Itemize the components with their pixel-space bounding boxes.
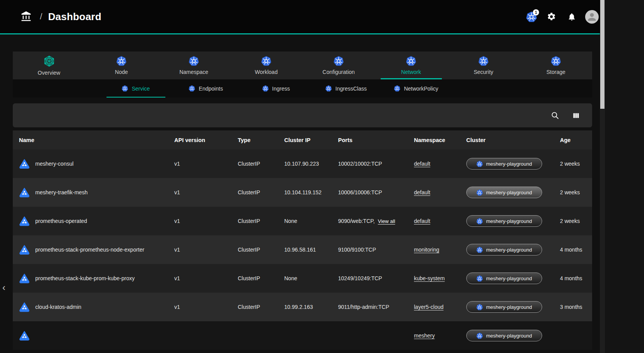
- tab-security[interactable]: Security: [447, 51, 520, 79]
- kubernetes-icon: [476, 332, 483, 339]
- age-cell: 3 months: [560, 304, 592, 310]
- cluster-cell: meshery-playground: [466, 215, 560, 227]
- cluster-chip[interactable]: meshery-playground: [466, 187, 542, 198]
- tab-label: Namespace: [179, 69, 208, 75]
- page-title: Dashboard: [48, 11, 101, 23]
- name-cell: prometheus-operated: [13, 216, 174, 226]
- header-actions: 1: [524, 9, 599, 24]
- drawer-collapse-button[interactable]: ‹: [0, 281, 8, 294]
- subtab-label: NetworkPolicy: [404, 86, 438, 92]
- tab-label: Storage: [546, 69, 565, 75]
- ports-value: 10002/10002:TCP: [338, 161, 382, 167]
- subtab-ingress[interactable]: Ingress: [241, 79, 311, 98]
- ports-cell: 10006/10006:TCP: [338, 189, 414, 195]
- table-row[interactable]: meshery meshery-playground: [13, 321, 592, 350]
- subtab-endpoints[interactable]: Endpoints: [171, 79, 241, 98]
- user-menu-button[interactable]: [584, 9, 599, 24]
- namespace-cell: default: [414, 161, 466, 167]
- tab-label: Node: [115, 69, 128, 75]
- table-row[interactable]: prometheus-operated v1 ClusterIP None 90…: [13, 207, 592, 235]
- tab-workload[interactable]: Workload: [230, 51, 302, 79]
- cluster-chip[interactable]: meshery-playground: [466, 272, 542, 284]
- column-header-type[interactable]: Type: [238, 137, 284, 143]
- column-header-ports[interactable]: Ports: [338, 137, 414, 143]
- scrollbar-thumb[interactable]: [600, 0, 605, 109]
- ports-value: 9011/http-admin:TCP: [338, 304, 389, 310]
- ports-cell: 9090/web:TCP, View all: [338, 218, 414, 224]
- resource-tabs: Overview Node Namespace Workload Configu…: [13, 51, 592, 79]
- column-header-cluster-ip[interactable]: Cluster IP: [284, 137, 338, 143]
- column-header-age[interactable]: Age: [560, 137, 592, 143]
- cluster-ip-cell: 10.104.119.152: [284, 189, 338, 195]
- kubernetes-icon: [478, 56, 489, 66]
- kubernetes-icon: [394, 85, 400, 92]
- kubernetes-icon: [476, 218, 483, 224]
- kubernetes-icon: [333, 56, 344, 66]
- table-row[interactable]: cloud-kratos-admin v1 ClusterIP 10.99.2.…: [13, 293, 592, 321]
- table-row[interactable]: meshery-consul v1 ClusterIP 10.107.90.22…: [13, 149, 592, 178]
- service-triangle-icon: [19, 302, 30, 312]
- subtab-ingressclass[interactable]: IngressClass: [311, 79, 381, 98]
- column-header-api-version[interactable]: API version: [174, 137, 238, 143]
- search-button[interactable]: [550, 110, 560, 121]
- app-root: / Dashboard 1: [0, 0, 644, 353]
- tab-overview[interactable]: Overview: [13, 51, 85, 79]
- api-version-cell: v1: [174, 189, 238, 195]
- namespace-link[interactable]: meshery: [414, 332, 435, 339]
- organization-button[interactable]: [19, 9, 34, 24]
- table-toolbar: [13, 103, 592, 127]
- kubernetes-icon: [116, 56, 127, 66]
- vertical-scrollbar[interactable]: [600, 0, 605, 353]
- subtab-label: Ingress: [272, 86, 290, 92]
- service-triangle-icon: [19, 331, 30, 341]
- cluster-name: meshery-playground: [486, 247, 532, 253]
- kubernetes-icon: [476, 304, 483, 310]
- type-cell: ClusterIP: [238, 189, 284, 195]
- cluster-chip[interactable]: meshery-playground: [466, 330, 542, 341]
- api-version-cell: v1: [174, 247, 238, 253]
- cluster-chip[interactable]: meshery-playground: [466, 244, 542, 255]
- view-all-link[interactable]: View all: [378, 218, 395, 224]
- subtab-service[interactable]: Service: [101, 79, 171, 98]
- column-header-namespace[interactable]: Namespace: [414, 137, 466, 143]
- namespace-link[interactable]: kube-system: [414, 275, 445, 281]
- cluster-name: meshery-playground: [486, 276, 532, 281]
- subtab-label: Endpoints: [199, 86, 223, 92]
- context-switcher-button[interactable]: 1: [524, 9, 539, 24]
- settings-button[interactable]: [544, 9, 559, 24]
- view-columns-button[interactable]: [570, 110, 581, 121]
- ports-cell: 10002/10002:TCP: [338, 161, 414, 167]
- subtab-networkpolicy[interactable]: NetworkPolicy: [381, 79, 451, 98]
- cluster-chip[interactable]: meshery-playground: [466, 301, 542, 313]
- table-row[interactable]: meshery-traefik-mesh v1 ClusterIP 10.104…: [13, 178, 592, 207]
- column-header-name[interactable]: Name: [13, 137, 174, 143]
- meshery-overview-icon: [43, 55, 55, 67]
- namespace-link[interactable]: default: [414, 189, 430, 195]
- notifications-button[interactable]: [564, 9, 579, 24]
- cluster-chip[interactable]: meshery-playground: [466, 158, 542, 170]
- tab-namespace[interactable]: Namespace: [158, 51, 230, 79]
- table-row[interactable]: prometheus-stack-prometheus-node-exporte…: [13, 235, 592, 264]
- service-name: prometheus-operated: [35, 218, 87, 224]
- tab-storage[interactable]: Storage: [520, 51, 592, 79]
- namespace-link[interactable]: monitoring: [414, 247, 439, 253]
- tab-configuration[interactable]: Configuration: [302, 51, 375, 79]
- ports-cell: 10249/10249:TCP: [338, 275, 414, 281]
- api-version-cell: v1: [174, 218, 238, 224]
- column-header-cluster[interactable]: Cluster: [466, 137, 560, 143]
- cluster-chip[interactable]: meshery-playground: [466, 215, 542, 227]
- tab-node[interactable]: Node: [85, 51, 158, 79]
- namespace-link[interactable]: layer5-cloud: [414, 304, 443, 310]
- namespace-link[interactable]: default: [414, 218, 430, 224]
- ports-value: 9090/web:TCP,: [338, 218, 375, 224]
- context-count-badge: 1: [533, 9, 539, 15]
- kubernetes-icon: [189, 85, 195, 92]
- name-cell: prometheus-stack-kube-prom-kube-proxy: [13, 273, 174, 283]
- ports-value: 10249/10249:TCP: [338, 275, 382, 281]
- service-name: prometheus-stack-kube-prom-kube-proxy: [35, 275, 135, 281]
- tab-label: Network: [401, 69, 421, 75]
- tab-network[interactable]: Network: [375, 51, 447, 79]
- namespace-link[interactable]: default: [414, 161, 430, 167]
- table-row[interactable]: prometheus-stack-kube-prom-kube-proxy v1…: [13, 264, 592, 293]
- service-name: cloud-kratos-admin: [35, 304, 81, 310]
